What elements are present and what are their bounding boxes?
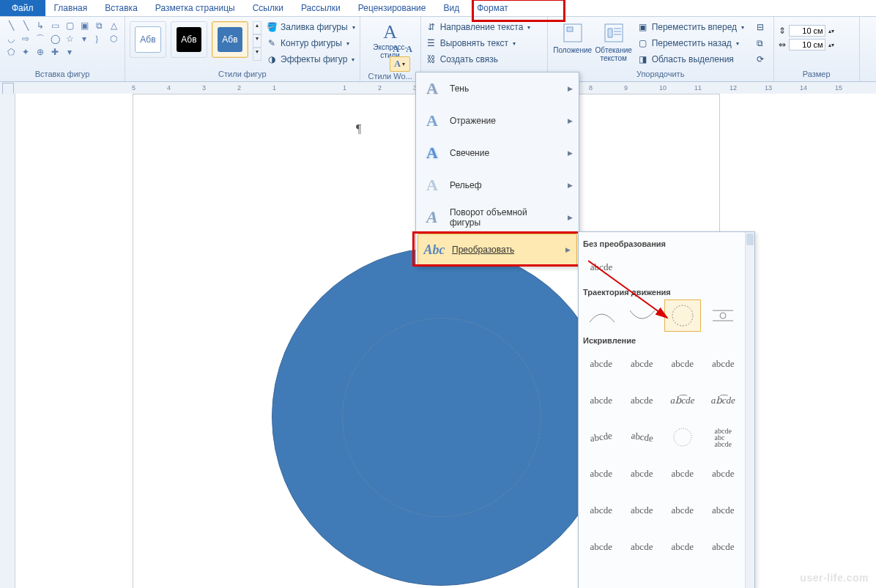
align-text-button[interactable]: ☰Выровнять текст▾	[426, 36, 543, 51]
shape-poly-icon[interactable]: ⬠	[4, 46, 18, 58]
wrap-icon	[602, 21, 626, 45]
transform-path-circle[interactable]	[664, 299, 701, 332]
transform-path-archdown[interactable]	[624, 299, 661, 332]
shape-scroll-icon[interactable]: ▾	[63, 46, 76, 58]
selection-pane-button[interactable]: ◨Область выделения	[637, 52, 754, 67]
menu-glow[interactable]: A Свечение▶	[416, 137, 579, 169]
warp-15[interactable]: abcde	[664, 458, 701, 490]
warp-21[interactable]: abcde	[583, 531, 620, 563]
align-button[interactable]: ⊟	[754, 20, 769, 34]
style-swatch-3[interactable]: Абв	[212, 21, 248, 58]
shape-curve-icon[interactable]: ◡	[4, 33, 18, 45]
menu-reflection[interactable]: A Отражение▶	[416, 105, 579, 137]
shape-rect2-icon[interactable]: ▢	[63, 20, 76, 31]
style-swatch-2[interactable]: Абв	[171, 21, 207, 58]
text-fill-icon[interactable]: A	[390, 43, 402, 55]
warp-9[interactable]: abcde	[581, 419, 621, 455]
shape-callout-icon[interactable]: ⊕	[34, 46, 47, 58]
tab-home[interactable]: Главная	[45, 0, 97, 16]
shape-triangle-icon[interactable]: △	[107, 20, 120, 31]
gallery-scrollbar[interactable]	[745, 232, 754, 588]
warp-20[interactable]: abcde	[705, 494, 742, 526]
text-outline-icon[interactable]: A	[404, 43, 415, 55]
shapes-gallery[interactable]: ╲ ╲ ↳ ▭ ▢ ▣ ⧉ △ ◡ ⇨ ⌒ ◯ ☆ ▾ ｝ ⬡ ⬠ ✦ ⊕ ✚ …	[4, 18, 120, 58]
warp-18[interactable]: abcde	[624, 494, 661, 526]
shape-height-input[interactable]	[789, 25, 825, 37]
warp-16[interactable]: abcde	[705, 458, 742, 490]
spinner-icon[interactable]: ▴▾	[828, 28, 834, 34]
shape-fill-button[interactable]: 🪣Заливка фигуры▾	[266, 20, 355, 34]
warp-12[interactable]: abcdeabcabcde	[705, 421, 742, 453]
shape-textbox-icon[interactable]: ▣	[78, 20, 91, 31]
warp-2[interactable]: abcde	[624, 348, 661, 380]
shape-style-gallery[interactable]: Абв Абв Абв ▴ ▾ ▾	[130, 18, 261, 61]
rotate-button[interactable]: ⟳	[754, 52, 769, 67]
shape-hex-icon[interactable]: ⬡	[107, 33, 120, 45]
shape-edit-icon[interactable]: ⧉	[92, 20, 105, 31]
menu-bevel[interactable]: A Рельеф▶	[416, 169, 579, 201]
tab-page-layout[interactable]: Разметка страницы	[146, 0, 244, 16]
shape-oval-icon[interactable]: ◯	[48, 33, 62, 45]
scrollbar-thumb[interactable]	[746, 234, 754, 245]
shape-connector-icon[interactable]: ↳	[34, 20, 47, 31]
shape-brace-icon[interactable]: ｝	[92, 33, 105, 45]
warp-13[interactable]: abcde	[583, 458, 620, 490]
shape-arrow-icon[interactable]: ⇨	[19, 33, 32, 45]
ruler-tick: 4	[155, 82, 190, 94]
shape-rect-icon[interactable]: ▭	[48, 20, 62, 31]
spinner-icon[interactable]: ▴▾	[828, 42, 834, 48]
tab-review[interactable]: Рецензирование	[349, 0, 435, 16]
tab-mailings[interactable]: Рассылки	[292, 0, 349, 16]
create-link-button[interactable]: ⛓Создать связь	[426, 52, 543, 67]
shape-outline-button[interactable]: ✎Контур фигуры▾	[266, 36, 355, 51]
tab-insert[interactable]: Вставка	[96, 0, 146, 16]
shape-star5-icon[interactable]: ✦	[19, 46, 32, 58]
gallery-down-icon[interactable]: ▾	[253, 34, 261, 48]
warp-5[interactable]: abcde	[583, 384, 620, 417]
position-button[interactable]: Положение	[552, 18, 593, 67]
warp-24[interactable]: abcde	[705, 531, 742, 563]
warp-4[interactable]: abcde	[705, 348, 742, 380]
bring-forward-button[interactable]: ▣Переместить вперед▾	[637, 20, 754, 34]
shape-more-icon[interactable]: ▾	[78, 33, 91, 45]
shape-plus-icon[interactable]: ✚	[48, 46, 62, 58]
warp-7[interactable]: ab͡cde	[664, 384, 701, 417]
text-direction-button[interactable]: ⇵Направление текста▾	[426, 20, 543, 34]
shape-star-icon[interactable]: ☆	[63, 33, 76, 45]
text-effects-button[interactable]: A▾	[390, 56, 410, 72]
send-backward-button[interactable]: ▢Переместить назад▾	[637, 36, 754, 51]
style-swatch-1[interactable]: Абв	[130, 21, 166, 58]
warp-10[interactable]: abcde	[622, 419, 662, 455]
group-objects-button[interactable]: ⧉	[754, 36, 769, 51]
shape-width-input[interactable]	[789, 39, 825, 51]
warp-23[interactable]: abcde	[664, 531, 701, 563]
gallery-more-icon[interactable]: ▾	[253, 48, 261, 61]
warp-1[interactable]: abcde	[583, 348, 620, 380]
tab-selector[interactable]	[2, 83, 14, 94]
warp-19[interactable]: abcde	[664, 494, 701, 526]
group-label-shapes: Вставка фигур	[4, 70, 120, 81]
shape-circle[interactable]	[272, 248, 610, 586]
shape-circle-inner	[342, 318, 541, 517]
transform-none[interactable]: abcde	[583, 251, 620, 283]
warp-22[interactable]: abcde	[624, 531, 661, 563]
gallery-up-icon[interactable]: ▴	[253, 21, 261, 34]
shape-arc-icon[interactable]: ⌒	[34, 33, 47, 45]
warp-14[interactable]: abcde	[624, 458, 661, 490]
wrap-text-button[interactable]: Обтекание текстом	[593, 18, 634, 67]
menu-shadow[interactable]: A Тень▶	[416, 72, 579, 105]
tab-references[interactable]: Ссылки	[244, 0, 292, 16]
shape-line2-icon[interactable]: ╲	[19, 20, 32, 31]
warp-11[interactable]	[664, 421, 701, 453]
tab-view[interactable]: Вид	[434, 0, 468, 16]
shape-effects-button[interactable]: ◑Эффекты фигур▾	[266, 52, 355, 67]
warp-6[interactable]: abcde	[624, 384, 661, 417]
transform-path-button[interactable]	[705, 299, 742, 332]
menu-3d-rotation[interactable]: A Поворот объемной фигуры▶	[416, 201, 579, 234]
warp-17[interactable]: abcde	[583, 494, 620, 526]
warp-8[interactable]: ab͡cde	[705, 384, 742, 417]
tab-file[interactable]: Файл	[0, 0, 45, 16]
shape-line-icon[interactable]: ╲	[4, 20, 18, 31]
transform-path-arch[interactable]	[583, 299, 620, 332]
warp-3[interactable]: abcde	[664, 348, 701, 380]
